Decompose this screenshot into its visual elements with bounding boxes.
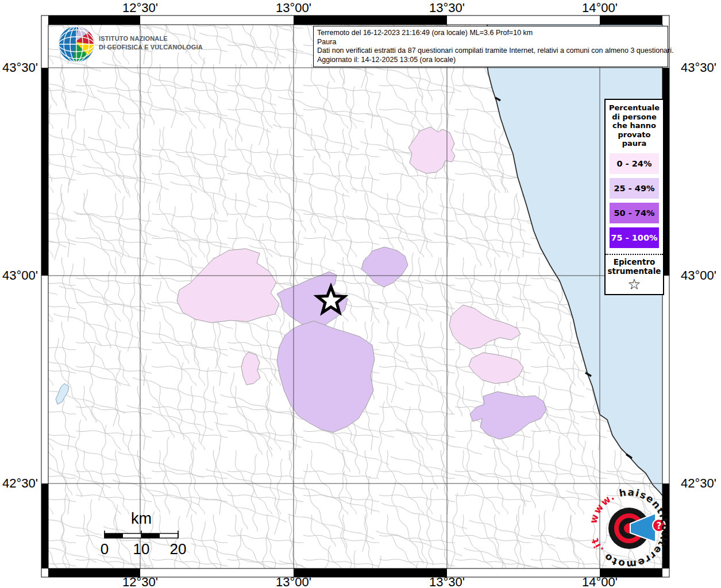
axis-label-lon: 13°30' bbox=[415, 575, 479, 588]
scalebar-unit: km bbox=[113, 510, 170, 528]
legend-epicenter-star-icon: ☆ bbox=[606, 276, 663, 294]
legend-epicenter-label: Epicentro strumentale bbox=[606, 257, 663, 276]
axis-label-lat: 42°30' bbox=[681, 477, 721, 490]
axis-label-lon: 13°00' bbox=[262, 575, 325, 588]
updated-at: Aggiornato il: 14-12-2025 13:05 (ora loc… bbox=[317, 56, 664, 65]
legend-class-25-49: 25 - 49% bbox=[610, 178, 659, 199]
legend-class-75-100: 75 - 100% bbox=[610, 227, 659, 248]
legend-class-50-74: 50 - 74% bbox=[610, 203, 659, 223]
scalebar-tick-10: 10 bbox=[124, 540, 159, 558]
legend: Percentuale di persone che hanno provato… bbox=[604, 99, 664, 295]
map-theme: Paura bbox=[317, 38, 664, 47]
ingv-name-line1: ISTITUTO NAZIONALE bbox=[99, 34, 203, 43]
axis-label-lon: 12°30' bbox=[109, 1, 172, 15]
axis-label-lat: 43°30' bbox=[0, 61, 38, 75]
legend-class-0-24: 0 - 24% bbox=[610, 153, 659, 174]
scalebar-tick-20: 20 bbox=[161, 540, 195, 558]
event-title: Terremoto del 16-12-2023 21:16:49 (ora l… bbox=[317, 29, 664, 38]
ingv-wordmark: ISTITUTO NAZIONALE DI GEOFISICA E VULCAN… bbox=[99, 34, 203, 52]
ingv-name-line2: DI GEOFISICA E VULCANOLOGIA bbox=[99, 43, 203, 52]
axis-label-lat: 43°00' bbox=[0, 269, 38, 283]
scalebar-tick-0: 0 bbox=[87, 540, 122, 558]
axis-label-lon: 12°30' bbox=[109, 575, 172, 588]
axis-label-lon: 13°00' bbox=[262, 1, 325, 15]
earthquake-info-box: Terremoto del 16-12-2023 21:16:49 (ora l… bbox=[313, 26, 668, 67]
axis-label-lat: 42°30' bbox=[0, 477, 38, 490]
legend-title: Percentuale di persone che hanno provato… bbox=[606, 100, 663, 149]
legend-divider bbox=[606, 254, 663, 255]
map-page: ? www. haisentitoilterremoto .it 12°30' … bbox=[0, 0, 721, 588]
axis-label-lat: 43°30' bbox=[681, 61, 721, 75]
data-note: Dati non verificati estratti da 87 quest… bbox=[317, 47, 664, 56]
axis-label-lon: 14°00' bbox=[568, 575, 631, 588]
axis-label-lon: 13°30' bbox=[415, 1, 479, 15]
axis-label-lon: 14°00' bbox=[568, 1, 631, 15]
axis-label-lat: 43°00' bbox=[681, 269, 721, 283]
